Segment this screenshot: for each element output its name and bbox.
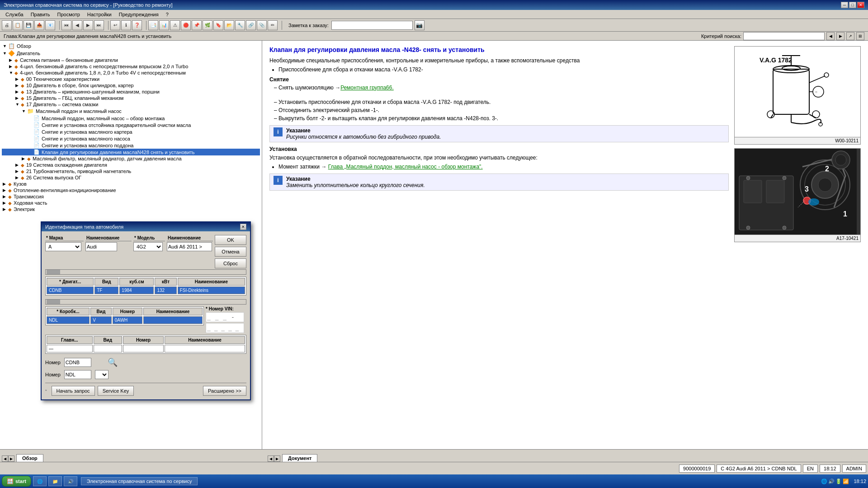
tab-obzor[interactable]: Обзор xyxy=(16,454,43,462)
taskbar-app-main[interactable]: Электронная справочная система по сервис… xyxy=(81,477,198,485)
toolbar-btn-17[interactable]: ✏ xyxy=(268,20,278,30)
tree-item-13[interactable]: ▶ ◆ 13 Двигатель – кривошинно-шатунный м… xyxy=(2,89,260,95)
toolbar-btn-10[interactable]: 📌 xyxy=(192,20,202,30)
nomer-input-1[interactable] xyxy=(64,358,91,367)
tree-page-pump[interactable]: 📄 Снятие и установка масляного насоса xyxy=(2,135,260,142)
tree-dvigatel[interactable]: ▼ 🔶 Двигатель xyxy=(2,50,260,57)
modal-close-button[interactable]: ✕ xyxy=(240,224,246,230)
toolbar-btn-4[interactable]: 📤 xyxy=(34,20,44,30)
toolbar-btn-8[interactable]: ⚠ xyxy=(170,20,180,30)
rtab-scroll-right[interactable]: ▶ xyxy=(274,455,280,462)
toolbar-btn-6[interactable]: 📑 xyxy=(148,20,158,30)
toolbar-btn-1[interactable]: 🖨 xyxy=(2,20,12,30)
menu-help[interactable]: ? xyxy=(162,11,172,18)
taskbar-explorer[interactable]: 📁 xyxy=(48,476,62,486)
toolbar-btn-9[interactable]: 🔴 xyxy=(181,20,191,30)
tree-item-00[interactable]: ▶ ◆ 00 Технические характеристики xyxy=(2,76,260,82)
marka-select[interactable]: A xyxy=(45,242,81,251)
zoom-btn[interactable]: 🔍 xyxy=(108,357,118,367)
toolbar-nav-first[interactable]: ⏮ xyxy=(61,20,71,30)
menu-prosmot[interactable]: Просмотр xyxy=(54,11,84,18)
toolbar-btn-info[interactable]: ℹ xyxy=(121,20,131,30)
ok-button[interactable]: OK xyxy=(215,235,246,245)
toolbar-btn-14[interactable]: 🔧 xyxy=(235,20,245,30)
tree-page-pan[interactable]: 📄 Снятие и установка масляного поддона xyxy=(2,142,260,149)
camera-button[interactable]: 📷 xyxy=(415,20,425,30)
close-button[interactable]: ✕ xyxy=(857,2,864,8)
tree-electrics[interactable]: ▶ ◆ Электрик xyxy=(2,206,260,212)
tree-item-4cyl-18[interactable]: ▼ ◆ 4-цил. бензиновый двигатель 1,8 л, 2… xyxy=(2,70,260,76)
toolbar-btn-13[interactable]: 📂 xyxy=(224,20,234,30)
toolbar-btn-15[interactable]: 🔗 xyxy=(246,20,256,30)
cancel-button[interactable]: Отмена xyxy=(215,247,246,257)
toolbar-nav-prev[interactable]: ◀ xyxy=(72,20,82,30)
search-expand-btn[interactable]: ⊞ xyxy=(856,32,864,40)
tree-trans[interactable]: ▶ ◆ Трансмиссия xyxy=(2,193,260,200)
menu-sluzba[interactable]: Служба xyxy=(2,11,27,18)
zamet-input[interactable] xyxy=(331,21,413,30)
naim-modeli-input[interactable] xyxy=(167,242,212,251)
tree-kuzov[interactable]: ▶ ◆ Кузов xyxy=(2,181,260,187)
toolbar-btn-7[interactable]: 📊 xyxy=(159,20,169,30)
toolbar-btn-2[interactable]: 📋 xyxy=(13,20,23,30)
tree-item-filter[interactable]: ▶ ◆ Масляный фильтр, масляный радиатор, … xyxy=(2,155,260,162)
naim-marki-input[interactable] xyxy=(85,242,117,251)
search-next-btn[interactable]: ▶ xyxy=(836,32,844,40)
nomer-input-2[interactable] xyxy=(64,370,91,379)
toolbar-nav-last[interactable]: ⏭ xyxy=(94,20,104,30)
zoom-icon[interactable]: 🔍 xyxy=(108,358,118,367)
engine-row[interactable]: CDNB TF 1984 132 FSI-Direkteins xyxy=(47,286,245,294)
search-input[interactable] xyxy=(743,32,825,40)
vin-display-2[interactable]: _ _ _ _ _ _ _ _ _ _ xyxy=(206,323,244,333)
tree-item-21[interactable]: ▶ ◆ 21 Турбонагнетатель, приводной нагне… xyxy=(2,168,260,174)
toolbar-btn-3[interactable]: 💾 xyxy=(24,20,33,30)
tree-item-19[interactable]: ▶ ◆ 19 Система охлаждения двигателя xyxy=(2,162,260,168)
tab-scroll-left[interactable]: ◀ xyxy=(2,455,8,462)
minimize-button[interactable]: ─ xyxy=(841,2,848,8)
link-torque[interactable]: Глава „Масляный поддон, масляный насос -… xyxy=(328,164,483,170)
tree-page-oil-overview[interactable]: 📄 Масляный поддон, масляный насос – обзо… xyxy=(2,115,260,122)
taskbar-media[interactable]: 🔊 xyxy=(64,476,77,486)
hg-row[interactable]: — xyxy=(47,345,245,352)
tree-item-4cyl-20[interactable]: ▶ ◆ 4-цил. бензиновый двигатель с непоср… xyxy=(2,63,260,70)
rtab-scroll-left[interactable]: ◀ xyxy=(268,455,274,462)
tree-page-carter[interactable]: 📄 Снятие и установка масляного картера xyxy=(2,128,260,135)
toolbar-btn-5[interactable]: 📧 xyxy=(45,20,55,30)
toolbar-nav-next[interactable]: ▶ xyxy=(83,20,93,30)
hscroll-1[interactable] xyxy=(45,269,246,275)
tab-scroll-right[interactable]: ▶ xyxy=(8,455,14,462)
restore-button[interactable]: □ xyxy=(849,2,856,8)
tree-item-oil[interactable]: ▼ 📁 Масляный поддон и масляный насос xyxy=(2,108,260,115)
service-key-button[interactable]: Service Key xyxy=(98,386,134,396)
tree-item-fuel[interactable]: ▶ ◆ Система питания – бензиновые двигате… xyxy=(2,57,260,63)
tab-document[interactable]: Документ xyxy=(282,454,317,462)
menu-preduprezhdenia[interactable]: Предупреждения xyxy=(115,11,162,18)
search-prev-btn[interactable]: ◀ xyxy=(826,32,835,40)
vin-display[interactable]: _ _ _ - - xyxy=(206,312,244,322)
tree-obzor[interactable]: ▼ 📋 Обзор xyxy=(2,42,260,50)
tree-page-valve-active[interactable]: 📄 Клапан для регулировки давления маслаN… xyxy=(2,149,260,155)
tree-item-26[interactable]: ▶ ◆ 26 Система выпуска ОГ xyxy=(2,174,260,181)
tree-chassis[interactable]: ▶ ◆ Ходовая часть xyxy=(2,200,260,206)
toolbar-btn-16[interactable]: 📎 xyxy=(257,20,267,30)
start-button[interactable]: 🪟 start xyxy=(2,476,31,487)
tree-item-17[interactable]: ▼ ◆ 17 Двигатель – система смазки xyxy=(2,101,260,108)
korobka-row[interactable]: NDL V 0AWH xyxy=(47,316,203,324)
toolbar-btn-12[interactable]: 🔖 xyxy=(213,20,223,30)
menu-nastroiki[interactable]: Настройки xyxy=(84,11,115,18)
rasshireno-button[interactable]: Расширено >> xyxy=(203,386,246,396)
model-select[interactable]: 4G2 xyxy=(133,242,163,251)
reset-button[interactable]: Сброс xyxy=(215,258,246,268)
tree-item-15[interactable]: ▶ ◆ 15 Двигатель – ГБЦ, клапанный механи… xyxy=(2,95,260,101)
nomer-select[interactable] xyxy=(95,370,108,379)
tree-page-pre-filter[interactable]: 📄 Снятие и установка отстойника предвари… xyxy=(2,122,260,128)
toolbar-btn-back[interactable]: ↩ xyxy=(110,20,120,30)
taskbar-ie[interactable]: 🌐 xyxy=(33,476,47,486)
menu-pravit[interactable]: Править xyxy=(27,11,54,18)
link-repair-group[interactable]: Ремонтная группа66. xyxy=(340,84,394,91)
tree-hvac[interactable]: ▶ ◆ Отопление-вентиляция-кондиционирован… xyxy=(2,187,260,193)
toolbar-btn-question[interactable]: ❓ xyxy=(132,20,142,30)
search-go-btn[interactable]: ↗ xyxy=(846,32,854,40)
nacat-zapros-button[interactable]: Начать запрос xyxy=(52,386,95,396)
toolbar-btn-11[interactable]: 🌿 xyxy=(203,20,212,30)
